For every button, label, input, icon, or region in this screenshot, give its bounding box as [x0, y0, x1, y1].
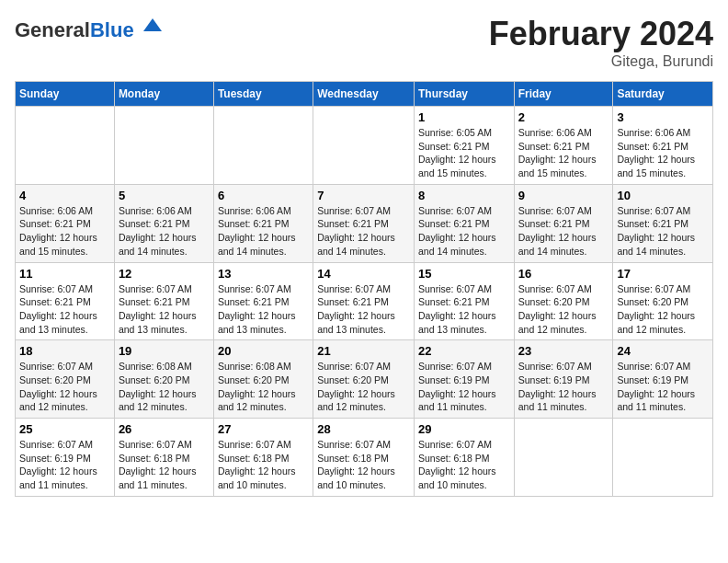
day-info: Sunrise: 6:07 AMSunset: 6:19 PMDaylight:…	[518, 360, 609, 414]
calendar-cell: 12Sunrise: 6:07 AMSunset: 6:21 PMDayligh…	[114, 262, 213, 340]
calendar-table: SundayMondayTuesdayWednesdayThursdayFrid…	[15, 81, 713, 497]
day-info: Sunrise: 6:07 AMSunset: 6:21 PMDaylight:…	[218, 282, 309, 337]
day-info: Sunrise: 6:07 AMSunset: 6:20 PMDaylight:…	[317, 360, 410, 414]
weekday-header: Saturday	[613, 82, 713, 107]
day-number: 4	[19, 189, 110, 202]
calendar-cell: 28Sunrise: 6:07 AMSunset: 6:18 PMDayligh…	[313, 419, 415, 497]
day-number: 6	[218, 189, 309, 202]
day-number: 10	[617, 189, 709, 202]
weekday-header: Wednesday	[313, 82, 415, 107]
calendar-cell	[613, 419, 713, 497]
day-number: 29	[418, 422, 510, 436]
calendar-cell: 29Sunrise: 6:07 AMSunset: 6:18 PMDayligh…	[414, 419, 514, 497]
day-number: 9	[518, 189, 609, 202]
calendar-week-row: 11Sunrise: 6:07 AMSunset: 6:21 PMDayligh…	[16, 262, 713, 340]
calendar-cell: 11Sunrise: 6:07 AMSunset: 6:21 PMDayligh…	[16, 262, 115, 340]
day-number: 7	[317, 189, 410, 202]
title-block: February 2024 Gitega, Burundi	[489, 15, 713, 70]
calendar-cell	[313, 107, 415, 185]
calendar-cell: 21Sunrise: 6:07 AMSunset: 6:20 PMDayligh…	[313, 340, 415, 419]
calendar-cell	[514, 419, 613, 497]
day-info: Sunrise: 6:07 AMSunset: 6:21 PMDaylight:…	[317, 204, 410, 259]
calendar-cell: 8Sunrise: 6:07 AMSunset: 6:21 PMDaylight…	[414, 184, 514, 262]
day-info: Sunrise: 6:06 AMSunset: 6:21 PMDaylight:…	[617, 126, 709, 180]
day-info: Sunrise: 6:07 AMSunset: 6:18 PMDaylight:…	[317, 438, 410, 492]
day-info: Sunrise: 6:07 AMSunset: 6:21 PMDaylight:…	[418, 204, 510, 259]
day-info: Sunrise: 6:07 AMSunset: 6:18 PMDaylight:…	[119, 438, 210, 492]
calendar-cell: 19Sunrise: 6:08 AMSunset: 6:20 PMDayligh…	[114, 340, 213, 419]
calendar-cell: 22Sunrise: 6:07 AMSunset: 6:19 PMDayligh…	[414, 340, 514, 419]
month-title: February 2024	[489, 15, 713, 53]
calendar-week-row: 25Sunrise: 6:07 AMSunset: 6:19 PMDayligh…	[16, 419, 713, 497]
day-number: 18	[19, 344, 110, 358]
day-info: Sunrise: 6:07 AMSunset: 6:21 PMDaylight:…	[119, 282, 210, 337]
weekday-header: Thursday	[414, 82, 514, 107]
calendar-cell	[16, 107, 115, 185]
day-info: Sunrise: 6:05 AMSunset: 6:21 PMDaylight:…	[418, 126, 510, 180]
weekday-header-row: SundayMondayTuesdayWednesdayThursdayFrid…	[16, 82, 713, 107]
day-number: 21	[317, 344, 410, 358]
day-info: Sunrise: 6:07 AMSunset: 6:19 PMDaylight:…	[418, 360, 510, 414]
logo: GeneralBlue	[15, 15, 164, 41]
day-info: Sunrise: 6:06 AMSunset: 6:21 PMDaylight:…	[19, 204, 110, 259]
day-info: Sunrise: 6:07 AMSunset: 6:20 PMDaylight:…	[617, 282, 709, 337]
calendar-cell: 9Sunrise: 6:07 AMSunset: 6:21 PMDaylight…	[514, 184, 613, 262]
calendar-cell: 15Sunrise: 6:07 AMSunset: 6:21 PMDayligh…	[414, 262, 514, 340]
day-number: 28	[317, 422, 410, 436]
day-number: 12	[119, 267, 210, 281]
page-header: GeneralBlue February 2024 Gitega, Burund…	[15, 15, 713, 70]
location-text: Gitega, Burundi	[489, 53, 713, 70]
calendar-cell: 26Sunrise: 6:07 AMSunset: 6:18 PMDayligh…	[114, 419, 213, 497]
calendar-cell: 1Sunrise: 6:05 AMSunset: 6:21 PMDaylight…	[414, 107, 514, 185]
day-info: Sunrise: 6:07 AMSunset: 6:21 PMDaylight:…	[518, 204, 609, 259]
day-number: 17	[617, 267, 709, 281]
weekday-header: Sunday	[16, 82, 115, 107]
day-info: Sunrise: 6:07 AMSunset: 6:18 PMDaylight:…	[218, 438, 309, 492]
day-number: 14	[317, 267, 410, 281]
calendar-cell	[213, 107, 313, 185]
calendar-cell: 5Sunrise: 6:06 AMSunset: 6:21 PMDaylight…	[114, 184, 213, 262]
day-number: 1	[418, 110, 510, 124]
day-info: Sunrise: 6:06 AMSunset: 6:21 PMDaylight:…	[119, 204, 210, 259]
day-number: 25	[19, 422, 110, 436]
day-number: 22	[418, 344, 510, 358]
calendar-cell: 6Sunrise: 6:06 AMSunset: 6:21 PMDaylight…	[213, 184, 313, 262]
day-number: 27	[218, 422, 309, 436]
calendar-week-row: 1Sunrise: 6:05 AMSunset: 6:21 PMDaylight…	[16, 107, 713, 185]
day-number: 13	[218, 267, 309, 281]
day-info: Sunrise: 6:06 AMSunset: 6:21 PMDaylight:…	[518, 126, 609, 180]
weekday-header: Monday	[114, 82, 213, 107]
day-info: Sunrise: 6:08 AMSunset: 6:20 PMDaylight:…	[218, 360, 309, 414]
calendar-cell: 27Sunrise: 6:07 AMSunset: 6:18 PMDayligh…	[213, 419, 313, 497]
day-number: 11	[19, 267, 110, 281]
calendar-cell: 3Sunrise: 6:06 AMSunset: 6:21 PMDaylight…	[613, 107, 713, 185]
calendar-cell: 2Sunrise: 6:06 AMSunset: 6:21 PMDaylight…	[514, 107, 613, 185]
day-info: Sunrise: 6:07 AMSunset: 6:20 PMDaylight:…	[518, 282, 609, 337]
day-info: Sunrise: 6:07 AMSunset: 6:21 PMDaylight:…	[317, 282, 410, 337]
calendar-cell: 25Sunrise: 6:07 AMSunset: 6:19 PMDayligh…	[16, 419, 115, 497]
day-number: 2	[518, 110, 609, 124]
day-info: Sunrise: 6:08 AMSunset: 6:20 PMDaylight:…	[119, 360, 210, 414]
day-info: Sunrise: 6:06 AMSunset: 6:21 PMDaylight:…	[218, 204, 309, 259]
calendar-cell: 24Sunrise: 6:07 AMSunset: 6:19 PMDayligh…	[613, 340, 713, 419]
day-number: 8	[418, 189, 510, 202]
day-number: 19	[119, 344, 210, 358]
calendar-cell: 18Sunrise: 6:07 AMSunset: 6:20 PMDayligh…	[16, 340, 115, 419]
calendar-cell: 10Sunrise: 6:07 AMSunset: 6:21 PMDayligh…	[613, 184, 713, 262]
logo-blue-text: Blue	[90, 18, 134, 41]
calendar-cell: 4Sunrise: 6:06 AMSunset: 6:21 PMDaylight…	[16, 184, 115, 262]
calendar-cell	[114, 107, 213, 185]
logo-icon	[142, 15, 164, 37]
day-number: 26	[119, 422, 210, 436]
weekday-header: Friday	[514, 82, 613, 107]
calendar-cell: 17Sunrise: 6:07 AMSunset: 6:20 PMDayligh…	[613, 262, 713, 340]
calendar-cell: 7Sunrise: 6:07 AMSunset: 6:21 PMDaylight…	[313, 184, 415, 262]
calendar-week-row: 4Sunrise: 6:06 AMSunset: 6:21 PMDaylight…	[16, 184, 713, 262]
day-info: Sunrise: 6:07 AMSunset: 6:20 PMDaylight:…	[19, 360, 110, 414]
day-number: 15	[418, 267, 510, 281]
day-info: Sunrise: 6:07 AMSunset: 6:21 PMDaylight:…	[617, 204, 709, 259]
calendar-week-row: 18Sunrise: 6:07 AMSunset: 6:20 PMDayligh…	[16, 340, 713, 419]
day-info: Sunrise: 6:07 AMSunset: 6:18 PMDaylight:…	[418, 438, 510, 492]
day-number: 16	[518, 267, 609, 281]
day-info: Sunrise: 6:07 AMSunset: 6:21 PMDaylight:…	[418, 282, 510, 337]
